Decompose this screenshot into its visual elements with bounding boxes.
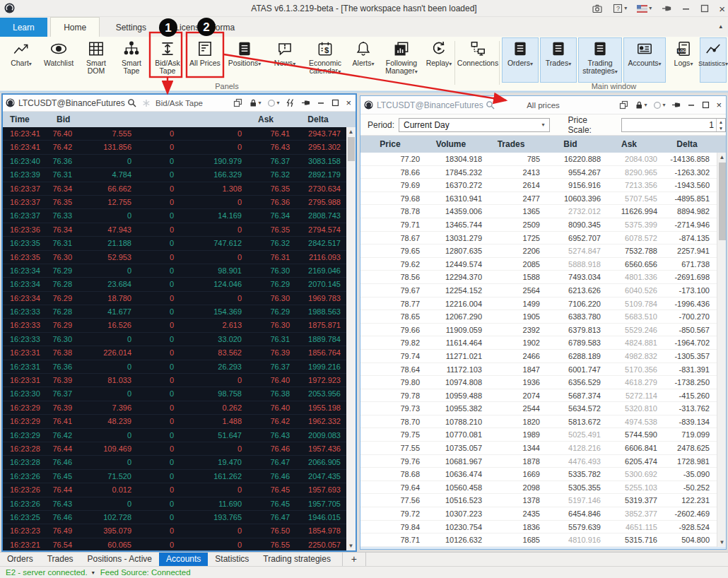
search-icon[interactable] — [127, 98, 136, 107]
price-row[interactable]: 77.5610516.52313785197.1465319.377122.23… — [360, 494, 717, 507]
price-row[interactable]: 78.6512067.29019056383.7805683.510-700.2… — [360, 310, 717, 324]
link-group-circle-icon[interactable]: ▾ — [267, 99, 279, 107]
tape-row[interactable]: 16:23:4176.407.5550076.412943.747 — [3, 127, 346, 141]
price-row[interactable]: 78.7814359.00613652732.01211626.9948894.… — [360, 205, 717, 218]
tape-row[interactable]: 16:23:3376.2841.6770154.36976.291988.563 — [3, 305, 346, 319]
minimize-icon[interactable] — [682, 4, 691, 13]
all-prices-table-header[interactable]: Price Volume Trades Bid Ask Delta — [360, 136, 726, 153]
bid-ask-tape-titlebar[interactable]: LTCUSDT@BinanceFutures Bid/Ask Tape ▾ ▾ … — [3, 95, 356, 112]
duplicate-icon[interactable] — [619, 100, 628, 110]
scrollbar-thumb[interactable] — [348, 137, 355, 161]
tape-row[interactable]: 16:23:3176.38226.014083.56276.391856.764 — [3, 346, 346, 360]
minimize-icon[interactable] — [688, 101, 695, 109]
tape-row[interactable]: 16:23:3376.300033.02076.311889.784 — [3, 333, 346, 346]
tape-row[interactable]: 16:23:3076.370098.75876.382053.956 — [3, 387, 346, 401]
replay-button[interactable]: Replay▾ — [424, 38, 454, 81]
maximize-icon[interactable] — [331, 99, 339, 107]
price-row[interactable]: 79.7810959.48820745687.3745272.114-415.2… — [360, 389, 717, 403]
chart-button[interactable]: Chart▾ — [4, 38, 38, 81]
price-row[interactable]: 79.7510770.08119895025.4915744.590719.09… — [360, 428, 717, 442]
alerts-button[interactable]: Alerts▾ — [348, 38, 379, 81]
price-row[interactable]: 79.6611909.05923926379.8135529.246-850.5… — [360, 324, 717, 337]
tape-row[interactable]: 16:23:3476.2918.7800076.301969.783 — [3, 292, 346, 305]
language-flag-button[interactable]: ▾ — [637, 5, 652, 13]
hotkeys-icon[interactable] — [286, 98, 295, 107]
duplicate-icon[interactable] — [233, 98, 242, 107]
price-row[interactable]: 79.7210307.22324356454.8463852.377-2602.… — [360, 507, 717, 521]
scroll-up-icon[interactable]: ▲ — [717, 153, 727, 162]
price-row[interactable]: 78.7010788.21018205813.6724974.538-839.1… — [360, 415, 717, 429]
price-row[interactable]: 79.8211614.46419026789.5834824.881-1964.… — [360, 336, 717, 350]
minimize-icon[interactable] — [317, 99, 325, 107]
price-row[interactable]: 79.7411271.02124666288.1894982.832-1305.… — [360, 350, 717, 363]
price-row[interactable]: 78.6411172.10318476001.7475170.356-831.3… — [360, 363, 717, 377]
smart-tape-button[interactable]: Smart Tape — [115, 38, 148, 81]
add-tab-button[interactable]: + — [342, 553, 366, 566]
tape-row[interactable]: 16:23:3176.360026.29376.371999.216 — [3, 360, 346, 374]
tab-statistics[interactable]: Statistics — [208, 553, 256, 566]
tape-row[interactable]: 16:23:3576.3121.1880747.61276.322842.517 — [3, 237, 346, 250]
price-row[interactable]: 79.6212449.57420855888.9186560.656671.73… — [360, 258, 717, 271]
statistics-button[interactable]: Statistics▾ — [700, 37, 727, 83]
asterisk-icon[interactable] — [142, 99, 151, 107]
close-icon[interactable]: × — [346, 98, 351, 107]
tab-trading-strategies[interactable]: Trading strategies — [256, 553, 338, 566]
tape-row[interactable]: 16:23:3476.290098.90176.302169.046 — [3, 264, 346, 278]
price-row[interactable]: 79.6816310.941247710603.3965707.545-4895… — [360, 192, 717, 206]
tab-settings[interactable]: Settings — [103, 18, 159, 37]
tape-row[interactable]: 16:23:3676.3447.9430076.352794.574 — [3, 223, 346, 237]
tape-row[interactable]: 16:23:3176.3981.0330076.401972.923 — [3, 374, 346, 387]
tape-row[interactable]: 16:23:2676.440.0120076.451957.693 — [3, 483, 346, 497]
scroll-up-icon[interactable]: ▲ — [346, 127, 356, 136]
lock-icon[interactable]: ▾ — [249, 98, 261, 107]
collapse-ribbon-icon[interactable]: ▴ — [719, 23, 722, 30]
scrollbar-thumb[interactable] — [719, 163, 726, 240]
screenshot-icon[interactable] — [592, 3, 603, 14]
bidask-table-header[interactable]: Time Bid Ask Delta — [3, 112, 356, 127]
all-prices-button[interactable]: All Prices — [188, 38, 222, 81]
server-status[interactable]: E2 - server connected. — [6, 568, 88, 577]
orders-button[interactable]: Orders▾ — [502, 37, 539, 83]
tape-row[interactable]: 16:23:2976.420051.64776.432009.083 — [3, 429, 346, 442]
pin-icon[interactable] — [301, 99, 311, 107]
tape-row[interactable]: 16:23:3776.3512.7550076.362795.988 — [3, 196, 346, 209]
tab-license-information[interactable]: License informa — [162, 18, 247, 37]
trades-button[interactable]: Trades▾ — [540, 37, 577, 83]
tape-row[interactable]: 16:23:4076.3600190.97976.373083.158 — [3, 155, 346, 168]
tape-row[interactable]: 16:23:2876.44109.4690076.461957.436 — [3, 442, 346, 456]
price-row[interactable]: 77.5510735.05713444128.2166606.8412478.6… — [360, 442, 717, 455]
tape-row[interactable]: 16:23:3376.2916.52602.61376.301875.871 — [3, 319, 346, 332]
close-icon[interactable]: × — [719, 3, 725, 15]
all-prices-titlebar[interactable]: LTCUSDT@BinanceFutures All prices ▾ ▾ × — [360, 96, 726, 114]
tape-row[interactable]: 16:23:2176.5460.0650076.552250.057 — [3, 538, 346, 550]
news-button[interactable]: News▾ — [269, 38, 301, 81]
link-group-circle-icon[interactable]: ▾ — [653, 101, 665, 110]
price-row[interactable]: 79.7113465.74425098090.3455375.399-2714.… — [360, 218, 717, 232]
chevron-down-icon[interactable]: ▾ — [92, 570, 95, 576]
tape-row[interactable]: 16:23:2676.4571.5200161.26276.462047.435 — [3, 470, 346, 483]
tape-row[interactable]: 16:23:2976.4148.23901.48876.421962.332 — [3, 415, 346, 428]
price-row[interactable]: 79.6916370.27226149156.9167213.356-1943.… — [360, 179, 717, 192]
price-row[interactable]: 78.6810636.47416695335.7825300.692-35.09… — [360, 468, 717, 481]
tape-row[interactable]: 16:23:2676.430011.69076.451957.705 — [3, 497, 346, 511]
tape-row[interactable]: 16:23:3976.314.7840166.32976.322892.179 — [3, 168, 346, 182]
pin-icon[interactable] — [671, 101, 681, 109]
tape-row[interactable]: 16:23:2376.49395.0790076.501854.978 — [3, 524, 346, 538]
scroll-down-icon[interactable]: ▼ — [717, 538, 727, 547]
price-row[interactable]: 77.2018304.91878516220.8882084.030-14136… — [360, 153, 717, 166]
instrument-selector[interactable]: LTCUSDT@BinanceFutures — [18, 98, 125, 108]
price-scale-input[interactable]: 1 ▲▼ — [621, 118, 726, 132]
tab-trades[interactable]: Trades — [40, 553, 81, 566]
price-row[interactable]: 78.5612294.37015887493.0344801.336-2691.… — [360, 271, 717, 284]
tape-row[interactable]: 16:23:3476.2823.6840124.04676.292070.145 — [3, 278, 346, 291]
tab-accounts[interactable]: Accounts — [159, 553, 208, 566]
trading-strategies-button[interactable]: Trading strategies▾ — [578, 37, 622, 83]
tab-learn[interactable]: Learn — [0, 18, 47, 37]
search-icon[interactable] — [486, 100, 495, 110]
period-select[interactable]: Current Day ▾ — [399, 118, 550, 132]
price-row[interactable]: 79.6410560.45820985305.3555255.103-50.25… — [360, 481, 717, 495]
tape-row[interactable]: 16:23:3776.330014.16976.342808.743 — [3, 209, 346, 223]
connections-button[interactable]: Connections — [458, 38, 498, 81]
positions-button[interactable]: Positions▾ — [225, 38, 264, 81]
price-row[interactable]: 79.7310955.38225445634.5725320.810-313.7… — [360, 402, 717, 415]
